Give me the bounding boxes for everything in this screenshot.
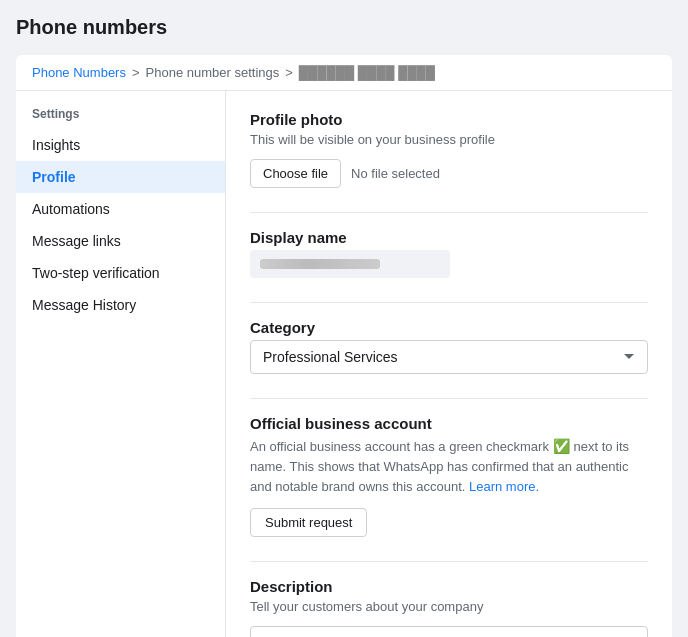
breadcrumb: Phone Numbers > Phone number settings > …	[16, 55, 672, 91]
submit-request-button[interactable]: Submit request	[250, 508, 367, 537]
divider-1	[250, 212, 648, 213]
description-section: Description Tell your customers about yo…	[250, 578, 648, 637]
content-area: Settings Insights Profile Automations Me…	[16, 91, 672, 637]
sidebar-item-profile[interactable]: Profile	[16, 161, 225, 193]
breadcrumb-sep-2: >	[285, 65, 293, 80]
category-title: Category	[250, 319, 648, 336]
sidebar-item-two-step[interactable]: Two-step verification	[16, 257, 225, 289]
page-title: Phone numbers	[16, 16, 672, 39]
learn-more-link[interactable]: Learn more.	[469, 479, 539, 494]
official-account-description: An official business account has a green…	[250, 436, 648, 496]
official-business-title: Official business account	[250, 415, 648, 432]
display-name-value	[250, 250, 450, 278]
main-content: Profile photo This will be visible on yo…	[226, 91, 672, 637]
file-upload-row: Choose file No file selected	[250, 159, 648, 188]
profile-photo-section: Profile photo This will be visible on yo…	[250, 111, 648, 188]
profile-photo-title: Profile photo	[250, 111, 648, 128]
green-checkmark-icon: ✅	[553, 438, 574, 454]
display-name-blurred	[260, 259, 380, 269]
breadcrumb-sep-1: >	[132, 65, 140, 80]
display-name-section: Display name	[250, 229, 648, 278]
description-title: Description	[250, 578, 648, 595]
description-textarea[interactable]: 256/512	[250, 626, 648, 637]
official-business-section: Official business account An official bu…	[250, 415, 648, 537]
sidebar-item-automations[interactable]: Automations	[16, 193, 225, 225]
category-select[interactable]: Professional ServicesRetailTechnologyFin…	[250, 340, 648, 374]
sidebar-item-message-links[interactable]: Message links	[16, 225, 225, 257]
choose-file-button[interactable]: Choose file	[250, 159, 341, 188]
category-section: Category Professional ServicesRetailTech…	[250, 319, 648, 374]
description-subtitle: Tell your customers about your company	[250, 599, 648, 614]
profile-photo-subtitle: This will be visible on your business pr…	[250, 132, 648, 147]
breadcrumb-phone-numbers[interactable]: Phone Numbers	[32, 65, 126, 80]
breadcrumb-current: ██████ ████ ████	[299, 65, 435, 80]
divider-4	[250, 561, 648, 562]
no-file-label: No file selected	[351, 166, 440, 181]
sidebar-section-title: Settings	[16, 107, 225, 129]
sidebar-item-insights[interactable]: Insights	[16, 129, 225, 161]
sidebar-item-message-history[interactable]: Message History	[16, 289, 225, 321]
divider-3	[250, 398, 648, 399]
divider-2	[250, 302, 648, 303]
breadcrumb-settings: Phone number settings	[146, 65, 280, 80]
display-name-title: Display name	[250, 229, 648, 246]
sidebar: Settings Insights Profile Automations Me…	[16, 91, 226, 637]
